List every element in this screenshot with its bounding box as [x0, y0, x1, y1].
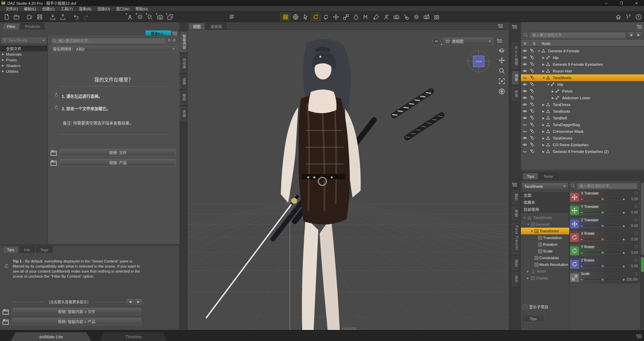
- slider-handle[interactable]: [601, 238, 604, 241]
- video-files-button[interactable]: 视频: 文件: [60, 149, 176, 156]
- export-icon[interactable]: [58, 12, 68, 21]
- scene-node-tarabelt[interactable]: ▶TaraBelt: [521, 115, 644, 121]
- scene-node-taragloves[interactable]: ▶TaraGloves: [521, 135, 644, 141]
- expander-icon[interactable]: ▶: [542, 63, 546, 66]
- scene-node-taradaggerbag[interactable]: ▶TaraDaggerBag: [521, 121, 644, 128]
- eye-open-icon[interactable]: [522, 48, 530, 54]
- slider-options-icon[interactable]: [635, 232, 638, 235]
- eye-open-icon[interactable]: [522, 115, 530, 121]
- tab-tags[interactable]: Tags: [36, 246, 53, 253]
- side-tab-智能内容[interactable]: 智能内容: [180, 32, 187, 52]
- slider-z-translate[interactable]: Z Translate−+0.00: [569, 217, 639, 230]
- expander-icon[interactable]: ▼: [523, 216, 526, 219]
- side-tab-塑形[interactable]: 塑形: [180, 91, 187, 104]
- param-group-tarashorts[interactable]: ▼TaraShorts: [521, 214, 569, 221]
- expander-icon[interactable]: ▶: [542, 137, 546, 140]
- slider-options-icon[interactable]: [635, 205, 638, 208]
- selectable-icon[interactable]: [530, 115, 538, 121]
- render-settings-icon[interactable]: [421, 12, 431, 21]
- home-icon[interactable]: [498, 88, 506, 96]
- sort-dropdown[interactable]: 按名称排序： A到Z ▼: [51, 46, 177, 52]
- pane-menu-icon[interactable]: [637, 24, 643, 29]
- slider-decrement-button[interactable]: −: [581, 264, 583, 268]
- parameter-search-input[interactable]: 输入要过滤的文字...: [577, 182, 638, 189]
- measure-tool-icon[interactable]: [361, 12, 371, 21]
- slider-increment-button[interactable]: +: [623, 264, 625, 268]
- expander-icon[interactable]: ▶: [527, 270, 530, 273]
- video-smartcontent-products-button[interactable]: 视频: 智能内容 > 产品: [12, 318, 141, 325]
- node-selector-dropdown[interactable]: TaraShorts ▼: [522, 183, 568, 190]
- video-smartcontent-files-button[interactable]: 视频: 智能内容 > 文件: [12, 308, 141, 315]
- slider-handle[interactable]: [601, 224, 604, 228]
- pan-icon[interactable]: [498, 56, 506, 64]
- tab-tips[interactable]: Tips: [522, 316, 545, 322]
- redo-icon[interactable]: [81, 12, 91, 21]
- slider-x-rotate[interactable]: X Rotate−+0.00: [569, 230, 639, 243]
- slider-handle[interactable]: [601, 197, 604, 201]
- scene-node-tarashorts[interactable]: ▼TaraShorts: [521, 74, 644, 81]
- eye-closed-icon[interactable]: [522, 75, 530, 81]
- prev-tip-button[interactable]: ◀: [126, 299, 134, 304]
- expander-icon[interactable]: ▼: [547, 83, 550, 86]
- slider-decrement-button[interactable]: −: [581, 278, 583, 282]
- category-item[interactable]: ▶Materials: [0, 51, 48, 57]
- expander-icon[interactable]: ▼: [527, 223, 530, 226]
- scene-node-crimsoneye-mask[interactable]: ▶Crimsoneye Mask: [521, 128, 644, 135]
- scrollbar[interactable]: [640, 181, 644, 331]
- expander-icon[interactable]: ▶: [542, 144, 546, 147]
- eye-open-icon[interactable]: [522, 62, 530, 67]
- expander-icon[interactable]: ▶: [2, 64, 5, 67]
- menu-item[interactable]: 连接(O): [94, 6, 113, 11]
- slider-handle[interactable]: [601, 278, 604, 281]
- import-icon[interactable]: [48, 12, 58, 21]
- param-group-general[interactable]: ▼GGeneral: [521, 221, 569, 228]
- expander-icon[interactable]: ▶: [542, 70, 546, 73]
- slider-track[interactable]: [584, 199, 621, 200]
- eye-closed-icon[interactable]: [522, 149, 530, 155]
- slider-options-icon[interactable]: [635, 191, 638, 194]
- camera-select-icon[interactable]: [391, 12, 401, 21]
- scene-node-genesis-8-female[interactable]: ▼Genesis 8 Female: [521, 48, 644, 54]
- filter-preset-dropdown[interactable]: Tara Shorts ▼: [1, 37, 47, 44]
- scene-node-ruyun-hair[interactable]: ▶Ruyun Hair: [521, 68, 644, 74]
- frame-icon[interactable]: [498, 77, 506, 85]
- tab-files[interactable]: Files: [3, 23, 19, 30]
- scrollbar-thumb[interactable]: [641, 183, 644, 255]
- selectable-icon[interactable]: [530, 102, 538, 108]
- camera-pin-icon[interactable]: M▼: [432, 37, 440, 45]
- create-group-icon[interactable]: +: [165, 12, 175, 21]
- save-icon[interactable]: [35, 12, 45, 21]
- expander-icon[interactable]: ▶: [542, 117, 546, 120]
- scene-node-taraboots[interactable]: ▶TaraBoots: [521, 108, 644, 115]
- viewport-canvas[interactable]: M▼ 透视图 ▼ Front: [187, 30, 509, 330]
- selectable-icon[interactable]: [530, 82, 538, 88]
- pane-menu-icon[interactable]: [512, 24, 518, 29]
- scene-node-pelvis[interactable]: ▶Pelvis: [521, 88, 644, 95]
- slider-increment-button[interactable]: +: [623, 224, 625, 228]
- eye-open-icon[interactable]: [522, 135, 530, 141]
- eye-open-icon[interactable]: [522, 142, 530, 148]
- tab--[interactable]: 视图: [189, 23, 205, 30]
- next-tip-button[interactable]: ▶: [135, 299, 142, 304]
- slider-decrement-button[interactable]: −: [581, 224, 583, 228]
- content-search-input[interactable]: 输入要过滤的文字...: [51, 37, 166, 44]
- slider-handle[interactable]: [601, 265, 604, 268]
- slider-track[interactable]: [584, 212, 621, 213]
- param-group-rotation[interactable]: GRotation: [521, 241, 569, 248]
- selectable-icon[interactable]: [530, 89, 538, 94]
- gear-tool-icon[interactable]: [411, 12, 421, 21]
- scene-node-genesis-8-female-eyelashes[interactable]: ▶Genesis 8 Female Eyelashes: [521, 61, 644, 68]
- pane-menu-icon[interactable]: [172, 31, 178, 36]
- slider-options-icon[interactable]: [635, 218, 638, 221]
- render-icon[interactable]: [431, 12, 441, 21]
- selectable-icon[interactable]: [530, 122, 538, 128]
- slider-z-rotate[interactable]: Z Rotate−+0.00: [569, 257, 639, 270]
- eye-open-icon[interactable]: [522, 55, 530, 61]
- selectable-icon[interactable]: [530, 142, 538, 148]
- undo-icon[interactable]: [71, 12, 81, 21]
- pane-menu-icon[interactable]: [512, 182, 518, 187]
- slider-increment-button[interactable]: +: [623, 237, 625, 241]
- slider-track[interactable]: [584, 279, 621, 280]
- param-group-actor[interactable]: ▶Actor: [521, 268, 569, 275]
- tab-animate-lite[interactable]: aniMate Lite: [11, 332, 91, 341]
